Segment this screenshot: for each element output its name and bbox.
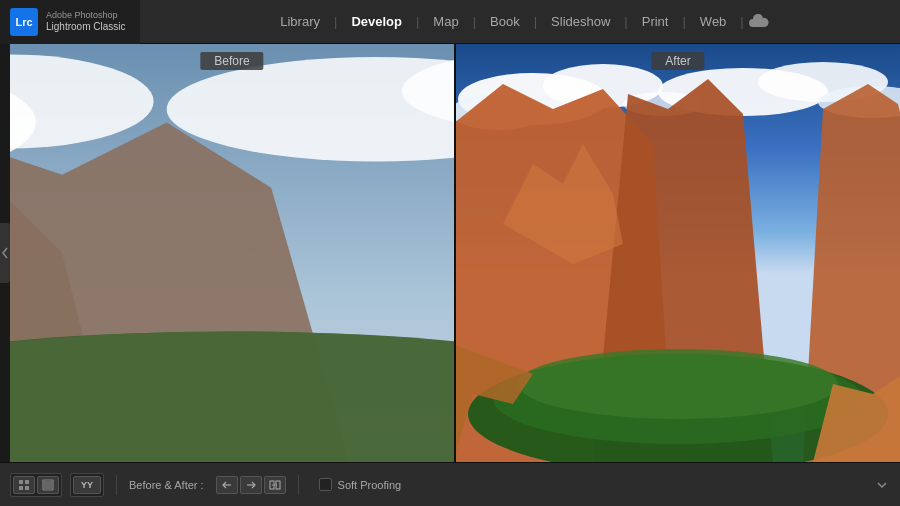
loupe-view-button[interactable] bbox=[37, 476, 59, 494]
soft-proofing-label: Soft Proofing bbox=[338, 479, 402, 491]
before-clouds-overlay bbox=[10, 44, 454, 462]
toolbar-separator-1 bbox=[116, 475, 117, 495]
after-photo-overlay bbox=[456, 44, 900, 462]
svg-rect-34 bbox=[44, 481, 52, 489]
before-after-label: Before & After : bbox=[129, 479, 204, 491]
svg-rect-32 bbox=[25, 486, 29, 490]
before-label: Before bbox=[200, 52, 263, 70]
top-navigation-bar: Lrc Adobe Photoshop Lightroom Classic Li… bbox=[0, 0, 900, 44]
nav-item-slideshow[interactable]: Slideshow bbox=[537, 0, 624, 44]
lrc-logo-badge: Lrc bbox=[10, 8, 38, 36]
bottom-toolbar: YY Before & After : Soft bbox=[0, 462, 900, 506]
before-after-copy-button[interactable] bbox=[264, 476, 286, 494]
layout-button-group: YY bbox=[70, 473, 104, 497]
before-after-swap-left-button[interactable] bbox=[216, 476, 238, 494]
app-name-block: Adobe Photoshop Lightroom Classic bbox=[46, 10, 125, 33]
soft-proofing-checkbox[interactable] bbox=[319, 478, 332, 491]
side-by-side-layout-button[interactable]: YY bbox=[73, 476, 101, 494]
view-mode-button-group bbox=[10, 473, 62, 497]
nav-item-map[interactable]: Map bbox=[419, 0, 472, 44]
before-after-swap-right-button[interactable] bbox=[240, 476, 262, 494]
toolbar-expand-button[interactable] bbox=[874, 477, 890, 493]
nav-item-library[interactable]: Library bbox=[266, 0, 334, 44]
svg-rect-30 bbox=[25, 480, 29, 484]
nav-item-web[interactable]: Web bbox=[686, 0, 741, 44]
svg-point-26 bbox=[518, 349, 838, 419]
soft-proofing-area: Soft Proofing bbox=[319, 478, 402, 491]
after-label: After bbox=[651, 52, 704, 70]
left-panel-collapse-button[interactable] bbox=[0, 223, 10, 283]
nav-item-book[interactable]: Book bbox=[476, 0, 534, 44]
main-navigation: Library | Develop | Map | Book | Slidesh… bbox=[140, 0, 900, 44]
app-name-label: Lightroom Classic bbox=[46, 21, 125, 33]
svg-point-11 bbox=[10, 331, 454, 462]
after-photo-image bbox=[456, 44, 900, 462]
cloud-sync-icon[interactable] bbox=[744, 0, 774, 44]
svg-rect-31 bbox=[19, 486, 23, 490]
main-content-area: Before bbox=[0, 44, 900, 462]
nav-item-print[interactable]: Print bbox=[628, 0, 683, 44]
toolbar-separator-2 bbox=[298, 475, 299, 495]
before-photo-image bbox=[10, 44, 454, 462]
after-photo-panel: After bbox=[456, 44, 900, 462]
nav-item-develop[interactable]: Develop bbox=[337, 0, 416, 44]
app-vendor-label: Adobe Photoshop bbox=[46, 10, 125, 21]
svg-rect-29 bbox=[19, 480, 23, 484]
before-photo-panel: Before bbox=[10, 44, 454, 462]
app-logo-area: Lrc Adobe Photoshop Lightroom Classic bbox=[0, 0, 140, 44]
grid-view-button[interactable] bbox=[13, 476, 35, 494]
before-after-comparison-area: Before bbox=[10, 44, 900, 462]
before-after-button-group bbox=[216, 476, 286, 494]
